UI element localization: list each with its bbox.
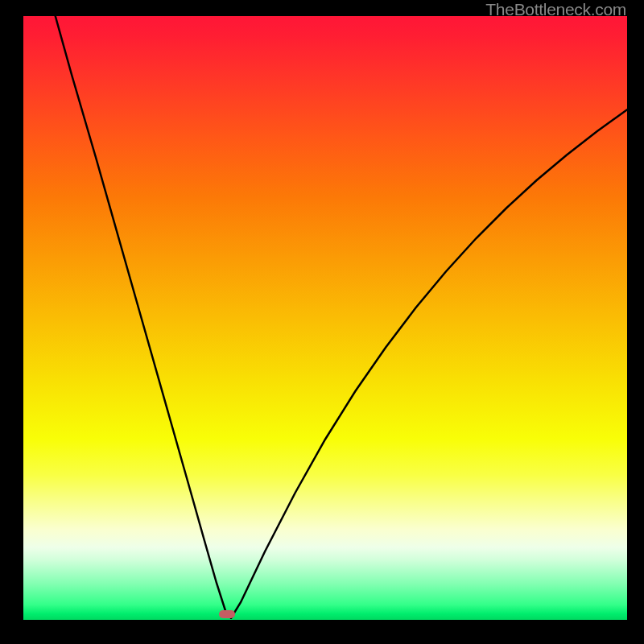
- optimal-point-marker: [219, 610, 235, 618]
- watermark-text: TheBottleneck.com: [485, 0, 626, 19]
- gradient-plot-area: [23, 16, 627, 620]
